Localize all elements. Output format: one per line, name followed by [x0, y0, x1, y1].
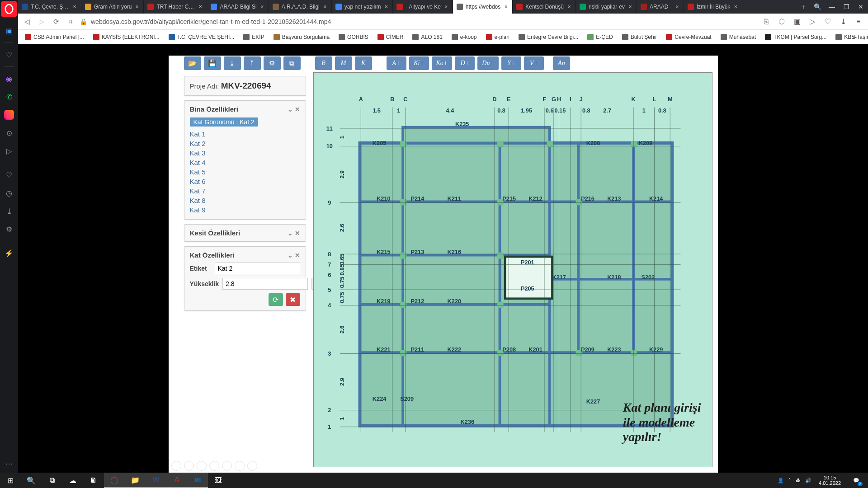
word-taskbar-icon[interactable]: W — [146, 473, 166, 488]
close-tab-icon[interactable]: × — [198, 4, 203, 9]
tool-button[interactable]: An — [553, 56, 570, 70]
close-icon[interactable]: ✕ — [295, 106, 300, 113]
tool-button[interactable]: Du+ — [477, 56, 499, 70]
photos-taskbar-icon[interactable]: 🖼 — [208, 473, 229, 488]
bookmark-item[interactable]: e-plan — [483, 33, 513, 42]
open-icon[interactable]: 📂 — [184, 56, 201, 70]
save-icon[interactable]: 💾 — [204, 56, 221, 70]
search-button[interactable]: 🔍 — [21, 473, 42, 488]
bookmark-item[interactable]: e-koop — [448, 33, 480, 42]
explorer-icon[interactable]: 🗎 — [83, 473, 104, 488]
close-window-button[interactable]: ✕ — [854, 0, 868, 14]
browser-tab[interactable]: Kentsel Dönüşü× — [513, 0, 576, 14]
url-field[interactable]: 🔒 webdosya.csb.gov.tr/db/altyapi/icerikl… — [80, 18, 757, 25]
bookmark-item[interactable]: Çevre-Mevzuat — [663, 33, 714, 42]
more-icon[interactable]: ⋯ — [0, 455, 18, 473]
messenger-icon[interactable]: ◉ — [0, 70, 18, 88]
close-tab-icon[interactable]: × — [72, 4, 77, 9]
bookmarks-icon[interactable]: ♡ — [0, 46, 18, 64]
share-icon[interactable]: ▷ — [807, 16, 818, 28]
chevron-down-icon[interactable]: ⌄ — [288, 230, 293, 237]
bookmark-item[interactable]: EKİP — [240, 33, 267, 42]
floor-item[interactable]: Kat 6 — [190, 177, 300, 186]
browser-tab[interactable]: A.R.A.A.D. Bilgi× — [269, 0, 332, 14]
bookmark-item[interactable]: T.C. ÇEVRE VE ŞEHİ... — [165, 33, 238, 42]
bookmark-item[interactable]: Bulut Şehir — [619, 33, 660, 42]
tool-button[interactable]: A+ — [387, 56, 406, 70]
floor-item[interactable]: Kat 9 — [190, 205, 300, 215]
pinboards-icon[interactable]: ♡ — [0, 166, 18, 184]
yukseklik-input[interactable] — [222, 278, 308, 290]
close-tab-icon[interactable]: × — [134, 4, 140, 9]
floor-item[interactable]: Kat 4 — [190, 158, 300, 167]
tool-button[interactable]: K — [355, 56, 372, 70]
bookmark-item[interactable]: CSB Admin Panel |... — [22, 33, 87, 42]
start-button[interactable]: ⊞ — [0, 473, 21, 488]
fileexplorer-taskbar-icon[interactable]: 📁 — [125, 473, 146, 488]
plan-canvas[interactable]: ABCDEFGHIJKLM1.514.40.81.950.60.150.82.7… — [313, 72, 712, 467]
copy-icon[interactable]: ⧉ — [283, 56, 301, 70]
bookmark-item[interactable]: TKGM | Parsel Sorg... — [762, 33, 830, 42]
close-tab-icon[interactable]: × — [733, 4, 738, 9]
bookmark-item[interactable]: KBS-Taşınır Kayıt ve... — [832, 33, 868, 42]
outlook-taskbar-icon[interactable]: ✉ — [187, 473, 208, 488]
minimize-button[interactable]: — — [825, 0, 839, 14]
browser-tab[interactable]: ARAAD Bilgi Si× — [207, 0, 269, 14]
browser-tab[interactable]: - Altyapı ve Ke× — [393, 0, 453, 14]
chevron-down-icon[interactable]: ⌄ — [288, 252, 293, 259]
heart-icon[interactable]: ♡ — [822, 16, 834, 28]
tool-button[interactable]: Ko+ — [432, 56, 453, 70]
personal-news-icon[interactable]: ⚡ — [0, 244, 18, 262]
bookmark-item[interactable]: Muhasebat — [717, 33, 759, 42]
reload-button[interactable]: ⟳ — [51, 16, 61, 27]
close-tab-icon[interactable]: × — [259, 4, 265, 9]
browser-tab[interactable]: https://webdos× — [453, 0, 513, 14]
floor-item[interactable]: Kat 2 — [190, 139, 300, 148]
close-icon[interactable]: ✕ — [295, 230, 300, 237]
workspaces-icon[interactable]: ⌗ — [65, 16, 76, 27]
close-tab-icon[interactable]: × — [627, 4, 633, 9]
speed-dial-tab-icon[interactable]: ▣ — [0, 22, 18, 40]
tool-button[interactable]: Y+ — [501, 56, 521, 70]
search-tabs-icon[interactable]: 🔍 — [810, 0, 825, 14]
tray-chevron-icon[interactable]: ˄ — [788, 478, 791, 483]
download-icon[interactable]: ⤓ — [837, 16, 849, 28]
taskview-button[interactable]: ⧉ — [42, 473, 62, 488]
weather-icon[interactable]: ☁ — [62, 473, 83, 488]
bookmark-item[interactable]: Entegre Çevre Bilgi... — [515, 33, 581, 42]
easysetup-icon[interactable]: ≡ — [853, 16, 864, 28]
bookmarks-overflow-icon[interactable]: » — [852, 30, 856, 44]
browser-tab[interactable]: yap net yazılım× — [332, 0, 393, 14]
browser-tab[interactable]: ARAAD -× — [637, 0, 684, 14]
floor-item[interactable]: Kat 3 — [190, 148, 300, 158]
new-tab-button[interactable]: ＋ — [797, 0, 810, 14]
instagram-icon[interactable]: ⊡ — [4, 110, 14, 120]
bookmark-item[interactable]: E-ÇED — [584, 33, 616, 42]
bookmark-item[interactable]: KAYSİS (ELEKTRONİ... — [90, 33, 163, 42]
floor-item[interactable]: Kat 8 — [190, 196, 300, 205]
bookmark-item[interactable]: CİMER — [374, 33, 407, 42]
etiket-input[interactable] — [215, 263, 300, 274]
downloads-icon[interactable]: ⤓ — [0, 202, 18, 220]
clock[interactable]: 10:15 4.01.2022 — [816, 475, 844, 486]
floor-item[interactable]: Kat 7 — [190, 186, 300, 196]
floor-item[interactable]: Kat 5 — [190, 167, 300, 177]
browser-tab[interactable]: İzmir İli Büyük× — [684, 0, 743, 14]
gear-icon[interactable]: ⚙ — [264, 56, 281, 70]
browser-tab[interactable]: riskli-yapilar-ev× — [576, 0, 637, 14]
browser-tab[interactable]: Gram Altın yoru× — [81, 0, 144, 14]
tool-button[interactable]: M — [335, 56, 352, 70]
apply-button[interactable]: ⟳ — [269, 293, 283, 306]
bookmark-item[interactable]: GORBİS — [335, 33, 372, 42]
upload-icon[interactable]: ⤒ — [244, 56, 261, 70]
back-button[interactable]: ◁ — [22, 16, 33, 27]
whatsapp-icon[interactable]: ✆ — [0, 88, 18, 106]
opera-taskbar-icon[interactable]: ◯ — [104, 473, 125, 488]
network-icon[interactable]: 🖧 — [796, 478, 801, 483]
download-icon[interactable]: ⤓ — [224, 56, 241, 70]
tool-button[interactable]: V+ — [524, 56, 544, 70]
volume-icon[interactable]: 🔊 — [805, 478, 811, 483]
video-controls[interactable] — [171, 461, 257, 471]
floor-item[interactable]: Kat 1 — [190, 129, 300, 139]
crypto-icon[interactable]: ⬡ — [776, 16, 788, 28]
